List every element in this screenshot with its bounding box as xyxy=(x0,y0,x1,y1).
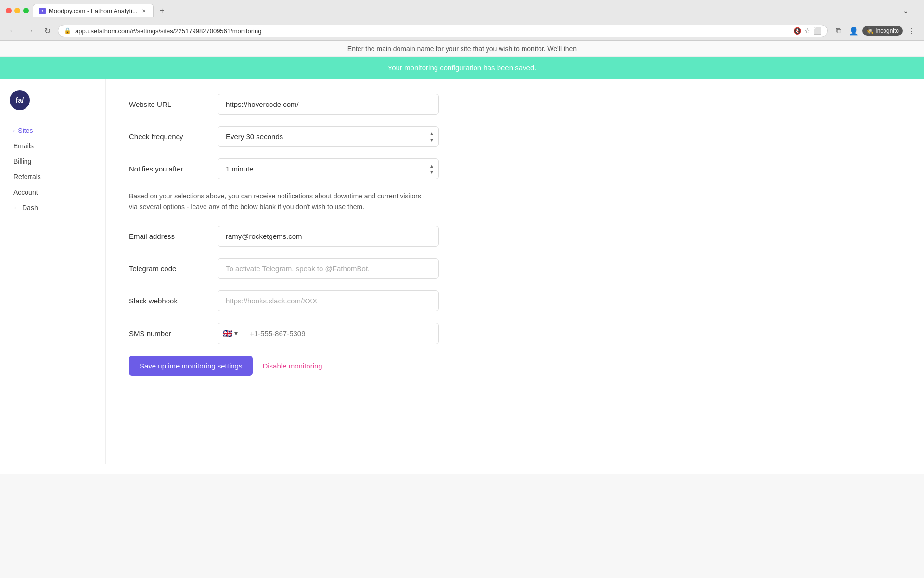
success-message: Your monitoring configuration has been s… xyxy=(388,64,537,72)
page-wrapper: Enter the main domain name for your site… xyxy=(0,41,924,474)
close-button[interactable] xyxy=(6,8,12,13)
sidebar-nav: › Sites Emails Billing Referrals Account… xyxy=(10,124,96,214)
flag-dropdown-icon: ▾ xyxy=(234,329,238,337)
sms-input-wrapper: 🇬🇧 ▾ xyxy=(218,323,439,344)
reload-button[interactable]: ↻ xyxy=(40,24,54,38)
hint-text: Enter the main domain name for your site… xyxy=(347,45,577,53)
sms-number-label: SMS number xyxy=(129,329,206,338)
menu-button[interactable]: ⋮ xyxy=(905,24,918,38)
address-bar-actions: 🔇 ☆ ⬜ xyxy=(793,27,821,35)
info-text: Based on your selections above, you can … xyxy=(129,191,427,212)
sidebar-item-emails[interactable]: Emails xyxy=(10,139,96,153)
forward-button[interactable]: → xyxy=(23,24,37,38)
app-logo: fa/ xyxy=(10,90,30,110)
hint-bar: Enter the main domain name for your site… xyxy=(0,41,924,57)
telegram-code-row: Telegram code xyxy=(129,258,516,279)
sms-number-row: SMS number 🇬🇧 ▾ xyxy=(129,323,516,344)
email-address-input[interactable] xyxy=(218,226,439,247)
sidebar: fa/ › Sites Emails Billing Referrals Acc… xyxy=(0,79,106,464)
check-frequency-row: Check frequency Every 30 seconds Every 1… xyxy=(129,126,516,147)
profile-button[interactable]: 👤 xyxy=(847,24,860,38)
content-area: Website URL Check frequency Every 30 sec… xyxy=(106,79,539,464)
extension-icon: ⬜ xyxy=(813,27,821,35)
sidebar-label-referrals: Referrals xyxy=(13,173,41,181)
email-address-label: Email address xyxy=(129,232,206,240)
slack-webhook-input[interactable] xyxy=(218,290,439,311)
notifies-after-row: Notifies you after 1 minute 2 minutes 5 … xyxy=(129,158,516,179)
lock-icon: 🔒 xyxy=(64,27,71,34)
save-button-label: Save uptime monitoring settings xyxy=(140,362,242,370)
window-list-button[interactable]: ⌄ xyxy=(903,7,918,14)
new-tab-icon: + xyxy=(160,6,164,15)
tab-title: Moodjoy.com - Fathom Analyti... xyxy=(49,7,138,14)
sidebar-item-referrals[interactable]: Referrals xyxy=(10,170,96,184)
website-url-row: Website URL xyxy=(129,94,516,115)
address-bar-row: ← → ↻ 🔒 app.usefathom.com/#/settings/sit… xyxy=(0,21,924,40)
email-address-row: Email address xyxy=(129,226,516,247)
sidebar-item-account[interactable]: Account xyxy=(10,185,96,199)
tab-favicon: f xyxy=(39,8,46,14)
notifies-after-select-wrapper: 1 minute 2 minutes 5 minutes 10 minutes … xyxy=(218,158,439,179)
sidebar-item-sites[interactable]: › Sites xyxy=(10,124,96,137)
flag-icon: 🇬🇧 xyxy=(223,329,232,338)
sidebar-label-sites: Sites xyxy=(18,127,33,134)
new-tab-button[interactable]: + xyxy=(155,4,169,17)
check-frequency-select-wrapper: Every 30 seconds Every 1 minute Every 5 … xyxy=(218,126,439,147)
slack-webhook-label: Slack webhook xyxy=(129,297,206,305)
success-banner: Your monitoring configuration has been s… xyxy=(0,57,924,79)
back-button[interactable]: ← xyxy=(6,24,19,38)
sidebar-label-account: Account xyxy=(13,188,38,196)
telegram-code-label: Telegram code xyxy=(129,264,206,273)
actions-row: Save uptime monitoring settings Disable … xyxy=(129,356,516,376)
website-url-input[interactable] xyxy=(218,94,439,115)
address-bar[interactable]: 🔒 app.usefathom.com/#/settings/sites/225… xyxy=(58,25,828,37)
incognito-label: Incognito xyxy=(875,27,899,34)
sms-phone-input[interactable] xyxy=(243,324,438,343)
disable-button-label: Disable monitoring xyxy=(262,362,322,370)
logo-text: fa/ xyxy=(16,96,24,104)
sidebar-label-dash: Dash xyxy=(22,204,38,211)
sidebar-label-billing: Billing xyxy=(13,158,31,165)
slack-webhook-row: Slack webhook xyxy=(129,290,516,311)
browser-tab[interactable]: f Moodjoy.com - Fathom Analyti... ✕ xyxy=(33,4,154,17)
save-button[interactable]: Save uptime monitoring settings xyxy=(129,356,253,376)
check-frequency-select[interactable]: Every 30 seconds Every 1 minute Every 5 … xyxy=(218,126,439,147)
check-frequency-label: Check frequency xyxy=(129,132,206,141)
url-display: app.usefathom.com/#/settings/sites/22517… xyxy=(75,27,789,35)
main-layout: fa/ › Sites Emails Billing Referrals Acc… xyxy=(0,79,924,464)
telegram-code-input[interactable] xyxy=(218,258,439,279)
sidebar-item-dash[interactable]: ← Dash xyxy=(10,201,96,214)
bookmark-icon[interactable]: ☆ xyxy=(804,27,810,35)
title-bar: f Moodjoy.com - Fathom Analyti... ✕ + ⌄ xyxy=(0,0,924,21)
notifies-after-select[interactable]: 1 minute 2 minutes 5 minutes 10 minutes xyxy=(218,158,439,179)
disable-monitoring-button[interactable]: Disable monitoring xyxy=(262,362,322,370)
back-arrow-icon: ← xyxy=(13,204,19,211)
website-url-label: Website URL xyxy=(129,100,206,108)
tab-close-button[interactable]: ✕ xyxy=(141,8,147,14)
browser-chrome: f Moodjoy.com - Fathom Analyti... ✕ + ⌄ … xyxy=(0,0,924,41)
incognito-icon: 🕵 xyxy=(866,27,873,34)
maximize-button[interactable] xyxy=(23,8,29,13)
mute-icon: 🔇 xyxy=(793,27,801,35)
traffic-lights xyxy=(6,8,29,13)
sidebar-label-emails: Emails xyxy=(13,142,34,150)
chevron-right-icon: › xyxy=(13,128,15,133)
browser-action-buttons: ⧉ 👤 🕵 Incognito ⋮ xyxy=(832,24,918,38)
incognito-badge: 🕵 Incognito xyxy=(862,26,903,36)
sms-flag-selector[interactable]: 🇬🇧 ▾ xyxy=(218,323,243,344)
notifies-after-label: Notifies you after xyxy=(129,165,206,173)
extensions-button[interactable]: ⧉ xyxy=(832,24,845,38)
sidebar-item-billing[interactable]: Billing xyxy=(10,155,96,168)
minimize-button[interactable] xyxy=(14,8,20,13)
